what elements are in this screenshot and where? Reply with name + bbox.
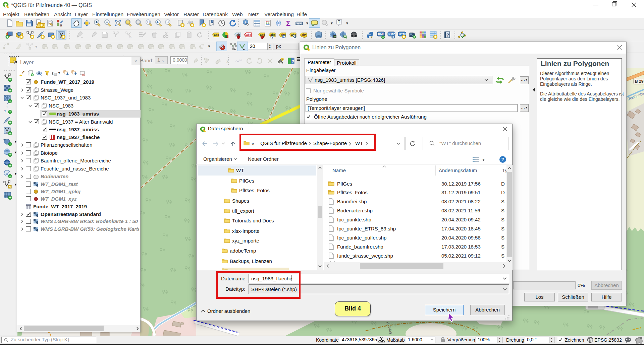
svg-text:ε: ε: [52, 71, 54, 76]
svg-text:?: ?: [446, 32, 449, 38]
svg-text:>: >: [371, 36, 372, 39]
svg-text:KML: KML: [378, 32, 385, 36]
svg-text:abc: abc: [214, 33, 219, 37]
svg-text:abc: abc: [246, 33, 251, 37]
svg-text:fx: fx: [129, 35, 132, 38]
svg-text:a: a: [60, 23, 62, 27]
svg-text:ε: ε: [226, 58, 229, 64]
svg-text:KMZ: KMZ: [388, 32, 395, 36]
svg-text:’: ’: [6, 106, 8, 111]
svg-text:,: ,: [4, 105, 6, 113]
svg-text:B 29: B 29: [635, 79, 644, 84]
svg-text:?: ?: [291, 59, 294, 64]
svg-text:1:1: 1:1: [147, 21, 150, 23]
svg-text:T: T: [338, 20, 340, 24]
svg-text:Σ: Σ: [286, 19, 290, 27]
